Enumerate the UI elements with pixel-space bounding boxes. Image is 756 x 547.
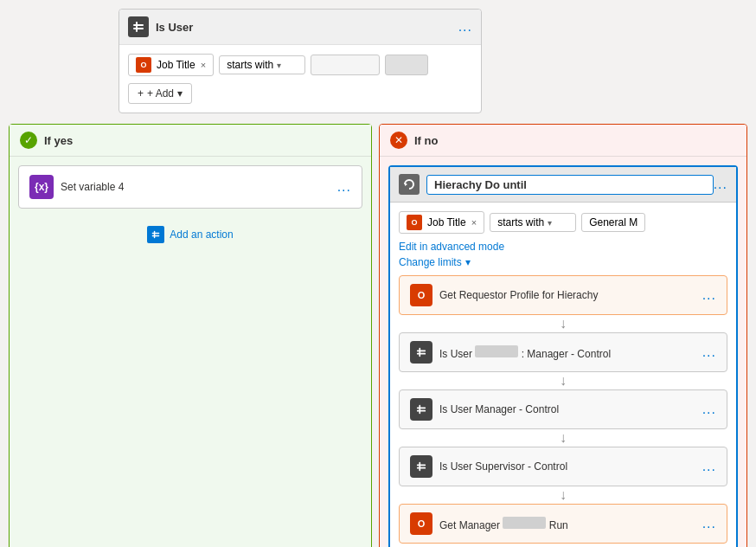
do-until-header: ... — [390, 167, 736, 203]
office-icon: O — [136, 57, 151, 73]
change-limits-link[interactable]: Change limits ▾ — [399, 256, 727, 268]
add-icon: + — [138, 87, 144, 100]
do-until-icon — [399, 174, 420, 195]
svg-rect-8 — [417, 353, 426, 355]
step-is-user-manager-2-left: Is User Manager - Control — [410, 398, 559, 421]
yes-check-icon: ✓ — [20, 132, 37, 149]
branch-container: ✓ If yes {x} Set variable 4 ... — [9, 124, 747, 547]
filter-blur-input — [385, 55, 428, 75]
chevron-down-icon: ▾ — [465, 256, 471, 268]
step-get-requestor: O Get Requestor Profile for Hierachy ... — [399, 275, 727, 315]
step-office-icon-2: O — [410, 512, 432, 535]
step-get-manager-run-left: O Get Manager Run — [410, 512, 568, 535]
do-until-dropdown-arrow-icon: ▾ — [548, 218, 552, 228]
do-until-job-title-label: Job Title — [427, 216, 466, 228]
connector-3: ↓ — [399, 429, 727, 447]
svg-rect-13 — [417, 464, 426, 466]
svg-rect-9 — [419, 348, 420, 357]
card-header-left: Is User — [128, 16, 193, 37]
step-is-user-supervisor-ellipsis[interactable]: ... — [702, 459, 716, 474]
edit-advanced-mode-link[interactable]: Edit in advanced mode — [399, 241, 727, 253]
step-is-user-manager-1-label: Is User : Manager - Control — [439, 345, 611, 360]
step-get-manager-run: O Get Manager Run ... — [399, 504, 727, 544]
do-until-dropdown[interactable]: starts with ▾ — [490, 213, 576, 232]
add-action-icon — [147, 226, 164, 243]
set-variable-4-ellipsis[interactable]: ... — [337, 179, 351, 195]
is-user-card: Is User ... O Job Title × starts with ▾ … — [119, 9, 482, 113]
step-is-user-manager-1: Is User : Manager - Control ... — [399, 332, 727, 372]
step-office-icon-1: O — [410, 284, 432, 306]
job-title-label: Job Title — [157, 59, 195, 71]
is-user-title: Is User — [156, 21, 193, 34]
step-get-requestor-ellipsis[interactable]: ... — [702, 287, 716, 303]
dropdown-arrow-icon: ▾ — [277, 61, 281, 70]
job-title-tag: O Job Title × — [128, 54, 214, 76]
step-get-requestor-label: Get Requestor Profile for Hierachy — [439, 289, 598, 301]
step-condition-icon-2 — [410, 398, 432, 421]
add-action-label: Add an action — [170, 228, 233, 241]
set-variable-4-left: {x} Set variable 4 — [29, 175, 124, 199]
do-until-card: ... O Job Title × starts with ▾ — [388, 165, 738, 547]
add-label: + Add — [147, 87, 174, 100]
step-is-user-manager-2-ellipsis[interactable]: ... — [702, 402, 716, 417]
connector-1: ↓ — [399, 315, 727, 332]
main-container: Is User ... O Job Title × starts with ▾ … — [0, 0, 756, 547]
if-no-branch: ✕ If no ... — [379, 124, 747, 547]
add-button[interactable]: + + Add ▾ — [128, 83, 192, 104]
flow-steps: O Get Requestor Profile for Hierachy ...… — [399, 275, 727, 547]
variable-icon: {x} — [29, 175, 54, 199]
is-user-ellipsis[interactable]: ... — [458, 19, 472, 35]
do-until-title-input[interactable] — [426, 175, 714, 195]
no-x-icon: ✕ — [390, 132, 407, 149]
step-condition-icon-1 — [410, 341, 432, 364]
step-get-manager-run-ellipsis[interactable]: ... — [702, 516, 716, 531]
if-yes-header: ✓ If yes — [10, 125, 371, 157]
dropdown-label: starts with — [227, 59, 273, 71]
svg-rect-0 — [133, 24, 144, 26]
if-no-header: ✕ If no — [380, 125, 746, 157]
step-is-user-supervisor-left: Is User Supervisor - Control — [410, 455, 567, 478]
step-is-user-supervisor-label: Is User Supervisor - Control — [439, 460, 567, 473]
svg-rect-4 — [152, 235, 160, 236]
svg-rect-5 — [154, 231, 155, 239]
starts-with-dropdown[interactable]: starts with ▾ — [219, 55, 305, 74]
filter-row: O Job Title × starts with ▾ — [128, 54, 472, 76]
do-until-dropdown-label: starts with — [497, 216, 544, 228]
do-until-body: O Job Title × starts with ▾ General M Ed… — [390, 203, 736, 547]
do-until-close[interactable]: × — [471, 217, 477, 228]
do-until-ellipsis[interactable]: ... — [714, 177, 727, 192]
filter-text-input[interactable] — [311, 55, 380, 75]
if-yes-body: {x} Set variable 4 ... Add an action — [10, 157, 371, 252]
svg-marker-6 — [405, 183, 407, 186]
if-yes-label: If yes — [44, 134, 73, 147]
step-is-user-manager-1-left: Is User : Manager - Control — [410, 341, 611, 364]
svg-rect-12 — [419, 405, 420, 414]
step-is-user-supervisor: Is User Supervisor - Control ... — [399, 447, 727, 486]
connector-2: ↓ — [399, 372, 727, 389]
condition-icon — [128, 16, 149, 37]
step-is-user-manager-1-ellipsis[interactable]: ... — [702, 344, 716, 360]
svg-rect-10 — [417, 407, 426, 409]
svg-rect-3 — [152, 233, 160, 234]
svg-rect-2 — [136, 22, 138, 32]
step-condition-icon-3 — [410, 455, 432, 478]
svg-rect-11 — [417, 410, 426, 412]
connector-4: ↓ — [399, 486, 727, 504]
set-variable-4-label: Set variable 4 — [61, 181, 124, 193]
svg-rect-15 — [419, 462, 420, 471]
do-until-job-title-tag: O Job Title × — [399, 211, 484, 234]
if-no-label: If no — [414, 134, 438, 147]
do-until-value-input[interactable]: General M — [581, 213, 645, 232]
step-is-user-manager-2-label: Is User Manager - Control — [439, 403, 559, 415]
do-until-office-icon: O — [407, 215, 422, 230]
svg-rect-1 — [133, 28, 144, 29]
add-action-link[interactable]: Add an action — [18, 226, 362, 243]
do-until-header-left — [399, 174, 714, 195]
step-get-manager-run-label: Get Manager Run — [439, 517, 568, 531]
job-title-close[interactable]: × — [201, 60, 206, 70]
is-user-card-header: Is User ... — [119, 10, 481, 45]
step-get-requestor-left: O Get Requestor Profile for Hierachy — [410, 284, 598, 306]
step-is-user-manager-2: Is User Manager - Control ... — [399, 389, 727, 429]
svg-rect-7 — [417, 350, 426, 351]
set-variable-4-card: {x} Set variable 4 ... — [18, 165, 362, 209]
